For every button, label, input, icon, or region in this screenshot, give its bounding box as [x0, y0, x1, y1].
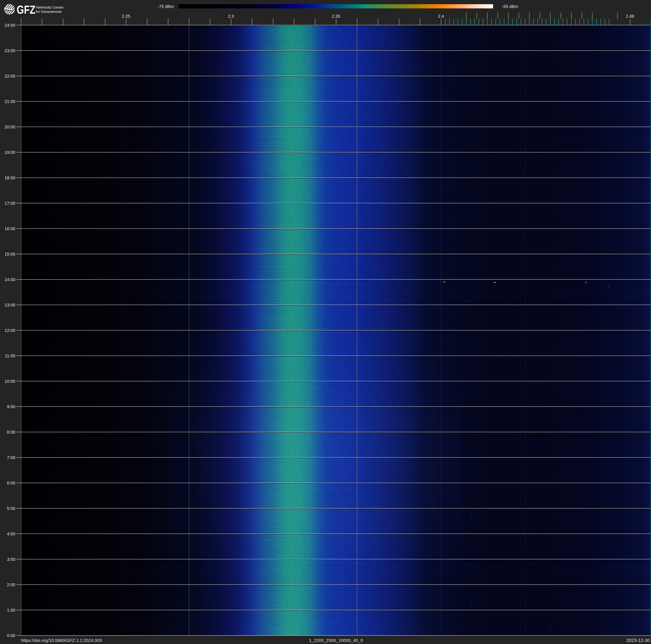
svg-text:2:00: 2:00	[7, 582, 15, 587]
svg-text:-75 dBm: -75 dBm	[158, 4, 174, 9]
svg-text:for Geosciences: for Geosciences	[36, 10, 62, 14]
svg-text:8:00: 8:00	[7, 430, 15, 435]
svg-text:14:00: 14:00	[5, 277, 15, 282]
svg-text:6:00: 6:00	[7, 480, 15, 485]
svg-text:2.3: 2.3	[228, 14, 234, 19]
svg-text:11:00: 11:00	[5, 353, 15, 358]
svg-text:2.35: 2.35	[332, 14, 340, 19]
svg-text:2.49: 2.49	[626, 14, 634, 19]
svg-text:22:00: 22:00	[5, 74, 15, 79]
svg-text:19:00: 19:00	[5, 150, 15, 155]
svg-text:20:00: 20:00	[5, 124, 15, 129]
svg-text:5:00: 5:00	[7, 506, 15, 511]
svg-text:10:00: 10:00	[5, 379, 15, 384]
svg-text:23:00: 23:00	[5, 48, 15, 53]
svg-text:1_2200_2500_10000_40_0: 1_2200_2500_10000_40_0	[309, 638, 363, 643]
svg-text:1:00: 1:00	[7, 608, 15, 612]
svg-text:9:00: 9:00	[7, 404, 15, 409]
svg-text:https://doi.org/10.5880/GFZ.1.: https://doi.org/10.5880/GFZ.1.2.2024.003	[21, 638, 102, 643]
svg-text:18:00: 18:00	[5, 175, 15, 180]
svg-text:15:00: 15:00	[5, 252, 15, 257]
svg-text:12:00: 12:00	[5, 328, 15, 333]
svg-text:21:00: 21:00	[5, 99, 15, 104]
svg-text:3:00: 3:00	[7, 557, 15, 562]
svg-text:17:00: 17:00	[5, 201, 15, 206]
svg-text:13:00: 13:00	[5, 302, 15, 307]
svg-text:GFZ: GFZ	[17, 3, 35, 16]
svg-text:2023-12-30: 2023-12-30	[626, 638, 650, 643]
svg-text:2.25: 2.25	[122, 14, 130, 19]
svg-text:Helmholtz Centre: Helmholtz Centre	[36, 5, 63, 9]
svg-text:16:00: 16:00	[5, 226, 15, 231]
svg-text:0:00: 0:00	[7, 633, 15, 638]
svg-text:7:00: 7:00	[7, 455, 15, 460]
svg-text:2.4: 2.4	[438, 14, 444, 19]
svg-text:-55 dBm: -55 dBm	[502, 4, 518, 9]
svg-text:4:00: 4:00	[7, 531, 15, 536]
svg-text:24:00: 24:00	[5, 23, 15, 28]
